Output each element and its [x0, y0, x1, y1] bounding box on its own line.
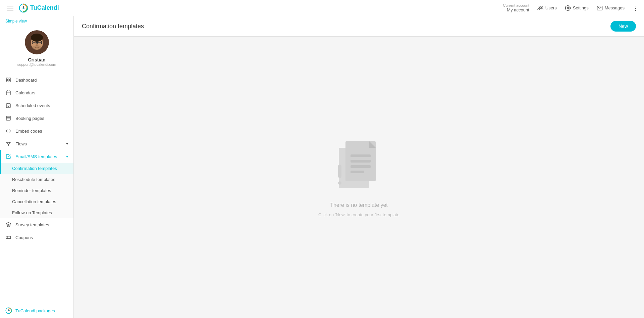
- messages-label: Messages: [605, 5, 625, 10]
- survey-label: Survey templates: [15, 222, 49, 227]
- page-title: Confirmation templates: [82, 23, 144, 30]
- sidebar-item-embed-codes[interactable]: Embed codes: [0, 125, 73, 137]
- subnav-reminder[interactable]: Reminder templates: [0, 185, 73, 196]
- svg-rect-29: [6, 116, 10, 120]
- flows-label: Flows: [15, 141, 27, 146]
- dashboard-label: Dashboard: [15, 78, 37, 83]
- more-button[interactable]: ⋮: [633, 4, 639, 12]
- empty-document-icon: [332, 138, 386, 198]
- svg-rect-50: [351, 165, 371, 168]
- empty-title: There is no template yet: [330, 202, 388, 208]
- page-header: Confirmation templates New: [74, 16, 644, 37]
- embed-codes-label: Embed codes: [15, 129, 42, 134]
- svg-rect-52: [338, 165, 341, 178]
- svg-rect-51: [351, 171, 364, 173]
- messages-icon: [597, 5, 603, 11]
- packages-link[interactable]: TuCalendi packages: [0, 303, 73, 318]
- svg-rect-25: [6, 104, 10, 108]
- empty-subtitle: Click on 'New' to create your first temp…: [318, 212, 399, 217]
- simple-view-link[interactable]: Simple view: [0, 16, 73, 26]
- settings-nav-item[interactable]: Settings: [565, 5, 589, 11]
- svg-point-32: [6, 142, 7, 143]
- logo-icon: [19, 3, 28, 13]
- survey-icon: [5, 222, 11, 228]
- scheduled-events-icon: [5, 102, 11, 108]
- hamburger-button[interactable]: [5, 4, 15, 12]
- user-name: Cristian: [28, 57, 45, 62]
- subnav-reschedule[interactable]: Reschedule templates: [0, 174, 73, 185]
- svg-point-33: [9, 142, 10, 143]
- coupons-icon: [5, 234, 11, 240]
- sidebar-item-flows[interactable]: Flows ▾: [0, 137, 73, 150]
- settings-icon: [565, 5, 571, 11]
- navbar-right: Current account My account Users Setting…: [503, 3, 639, 12]
- sidebar-item-scheduled-events[interactable]: Scheduled events: [0, 99, 73, 112]
- flows-icon: [5, 141, 11, 147]
- email-sms-label: Email/SMS templates: [15, 154, 57, 159]
- sidebar-item-coupons[interactable]: Coupons: [0, 231, 73, 244]
- new-button[interactable]: New: [610, 21, 636, 32]
- svg-rect-20: [9, 80, 10, 82]
- nav-section: Dashboard Calendars: [0, 72, 73, 245]
- svg-rect-48: [351, 154, 371, 157]
- logo-link[interactable]: TuCalendi: [19, 3, 59, 13]
- calendars-icon: [5, 90, 11, 96]
- packages-logo-icon: [5, 307, 12, 314]
- svg-rect-11: [38, 42, 41, 43]
- sidebar-item-booking-pages[interactable]: Booking pages: [0, 112, 73, 125]
- subnav-cancellation[interactable]: Cancellation templates: [0, 196, 73, 207]
- embed-codes-icon: [5, 128, 11, 134]
- svg-rect-38: [6, 236, 10, 239]
- svg-point-53: [338, 181, 341, 185]
- svg-point-16: [32, 45, 42, 50]
- users-label: Users: [545, 5, 557, 10]
- empty-state: There is no template yet Click on 'New' …: [74, 37, 644, 318]
- settings-label: Settings: [573, 5, 589, 10]
- packages-label: TuCalendi packages: [15, 308, 55, 313]
- main-content: Confirmation templates New: [74, 16, 644, 318]
- navbar-left: TuCalendi: [5, 3, 59, 13]
- sidebar-item-survey[interactable]: Survey templates: [0, 218, 73, 231]
- coupons-label: Coupons: [15, 235, 33, 240]
- svg-rect-19: [6, 80, 8, 82]
- svg-point-9: [31, 34, 43, 42]
- user-profile: Cristian support@tucalendi.com: [0, 26, 73, 72]
- email-sms-chevron-icon: ▾: [66, 154, 68, 159]
- dashboard-icon: [5, 77, 11, 83]
- svg-line-37: [8, 143, 10, 144]
- sidebar-item-dashboard[interactable]: Dashboard: [0, 74, 73, 86]
- email-sms-subnav: Confirmation templates Reschedule templa…: [0, 163, 73, 218]
- email-sms-icon: [5, 153, 11, 160]
- messages-nav-item[interactable]: Messages: [597, 5, 625, 11]
- svg-point-5: [541, 6, 542, 8]
- sidebar: Simple view: [0, 16, 74, 318]
- booking-pages-icon: [5, 115, 11, 121]
- svg-point-6: [567, 7, 569, 9]
- calendars-label: Calendars: [15, 90, 35, 95]
- subnav-followup[interactable]: Follow-up Templates: [0, 207, 73, 218]
- user-email: support@tucalendi.com: [17, 62, 56, 66]
- logo-text: TuCalendi: [30, 4, 59, 11]
- svg-point-4: [539, 6, 540, 8]
- current-account-info: Current account My account: [503, 3, 529, 12]
- svg-rect-18: [9, 78, 10, 80]
- users-icon: [537, 5, 543, 11]
- flows-chevron-icon: ▾: [66, 141, 68, 146]
- booking-pages-label: Booking pages: [15, 116, 44, 121]
- svg-point-34: [8, 145, 9, 146]
- subnav-confirmation[interactable]: Confirmation templates: [0, 163, 73, 174]
- svg-rect-21: [6, 91, 10, 95]
- svg-rect-10: [33, 42, 36, 43]
- svg-rect-49: [351, 160, 371, 163]
- top-navbar: TuCalendi Current account My account Use…: [0, 0, 644, 16]
- svg-line-36: [7, 143, 8, 144]
- avatar: [25, 30, 49, 54]
- sidebar-item-calendars[interactable]: Calendars: [0, 86, 73, 99]
- avatar-image: [25, 30, 49, 54]
- sidebar-item-email-sms[interactable]: Email/SMS templates ▾: [0, 150, 73, 163]
- scheduled-events-label: Scheduled events: [15, 103, 50, 108]
- main-layout: Simple view: [0, 16, 644, 318]
- svg-rect-17: [6, 78, 8, 80]
- users-nav-item[interactable]: Users: [537, 5, 557, 11]
